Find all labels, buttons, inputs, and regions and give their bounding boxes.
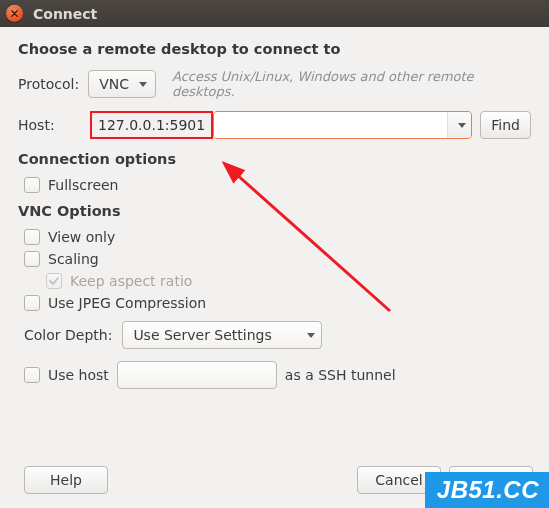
watermark: JB51.CC — [425, 472, 549, 508]
scaling-option[interactable]: Scaling — [24, 251, 531, 267]
dialog-content: Choose a remote desktop to connect to Pr… — [0, 27, 549, 508]
keepaspect-option: Keep aspect ratio — [46, 273, 531, 289]
colordepth-row: Color Depth: Use Server Settings — [24, 321, 531, 349]
protocol-label: Protocol: — [18, 76, 88, 92]
usehost-label: Use host — [48, 367, 109, 383]
colordepth-select[interactable]: Use Server Settings — [122, 321, 322, 349]
host-combo[interactable] — [213, 111, 472, 139]
host-highlight: 127.0.0.1:5901 — [90, 111, 213, 139]
host-value-display: 127.0.0.1:5901 — [94, 117, 209, 133]
host-dropdown[interactable] — [447, 112, 471, 138]
keepaspect-checkbox — [46, 273, 62, 289]
host-label: Host: — [18, 117, 90, 133]
fullscreen-label: Fullscreen — [48, 177, 118, 193]
chevron-down-icon — [307, 333, 315, 338]
colordepth-label: Color Depth: — [24, 327, 112, 343]
ssh-row: Use host as a SSH tunnel — [24, 361, 531, 389]
vnc-options-heading: VNC Options — [18, 203, 531, 219]
ssh-suffix: as a SSH tunnel — [285, 367, 396, 383]
viewonly-checkbox[interactable] — [24, 229, 40, 245]
titlebar: Connect — [0, 0, 549, 27]
viewonly-label: View only — [48, 229, 115, 245]
jpeg-option[interactable]: Use JPEG Compression — [24, 295, 531, 311]
protocol-row: Protocol: VNC Access Unix/Linux, Windows… — [18, 69, 531, 99]
scaling-label: Scaling — [48, 251, 99, 267]
window-title: Connect — [33, 6, 97, 22]
host-input[interactable] — [214, 112, 447, 138]
ssh-host-input[interactable] — [117, 361, 277, 389]
jpeg-label: Use JPEG Compression — [48, 295, 206, 311]
colordepth-value: Use Server Settings — [133, 327, 271, 343]
help-button[interactable]: Help — [24, 466, 108, 494]
usehost-checkbox[interactable] — [24, 367, 40, 383]
fullscreen-checkbox[interactable] — [24, 177, 40, 193]
fullscreen-option[interactable]: Fullscreen — [24, 177, 531, 193]
protocol-hint: Access Unix/Linux, Windows and other rem… — [172, 69, 531, 99]
find-button[interactable]: Find — [480, 111, 531, 139]
jpeg-checkbox[interactable] — [24, 295, 40, 311]
connection-options-heading: Connection options — [18, 151, 531, 167]
protocol-value: VNC — [99, 76, 129, 92]
close-icon[interactable] — [6, 5, 23, 22]
chevron-down-icon — [139, 82, 147, 87]
page-heading: Choose a remote desktop to connect to — [18, 41, 531, 57]
viewonly-option[interactable]: View only — [24, 229, 531, 245]
scaling-checkbox[interactable] — [24, 251, 40, 267]
keepaspect-label: Keep aspect ratio — [70, 273, 192, 289]
host-row: Host: 127.0.0.1:5901 Find — [18, 111, 531, 139]
protocol-select[interactable]: VNC — [88, 70, 156, 98]
chevron-down-icon — [458, 123, 466, 128]
